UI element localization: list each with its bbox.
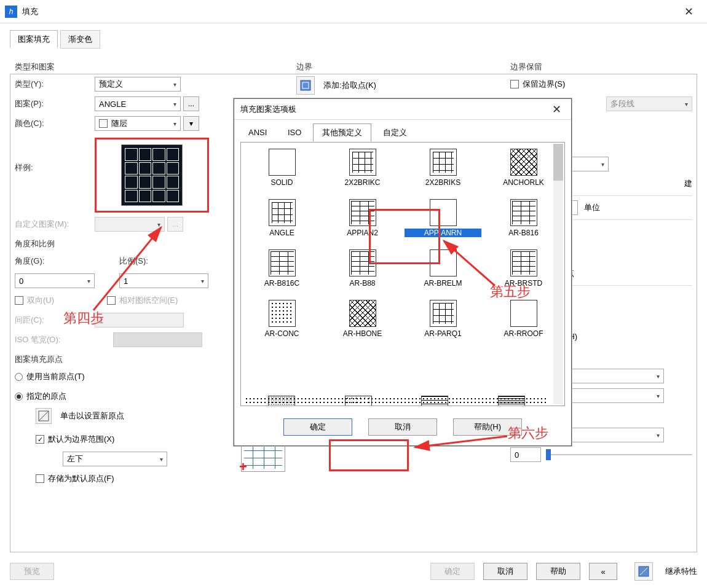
pattern-item-appian2[interactable]: APPIAN2 <box>324 199 401 237</box>
arrow-step6 <box>409 430 513 455</box>
modal-ok-button[interactable]: 确定 <box>283 418 352 436</box>
pattern-name-label: AR-B816C <box>243 279 320 288</box>
svg-line-8 <box>415 436 507 447</box>
pattern-item-ar-b816[interactable]: AR-B816 <box>485 199 562 237</box>
svg-line-6 <box>93 227 161 310</box>
type-label: 类型(Y): <box>15 79 95 90</box>
pattern-item-appianrn[interactable]: APPIANRN <box>405 199 481 237</box>
app-icon: h <box>5 6 17 18</box>
annotation-step6: 第六步 <box>508 424 548 442</box>
tab-pattern-fill[interactable]: 图案填充 <box>10 30 58 48</box>
main-help-button[interactable]: 帮助 <box>536 563 580 580</box>
corner-dropdown[interactable]: 左下▾ <box>63 452 167 466</box>
pattern-label: 图案(P): <box>15 98 95 109</box>
pattern-name-label: ANGLE <box>243 229 320 237</box>
retain-boundary-checkbox[interactable] <box>510 80 519 88</box>
pattern-thumbnail <box>510 300 537 327</box>
tab-custom[interactable]: 自定义 <box>374 123 416 142</box>
click-set-origin-label: 单击以设置新原点 <box>60 410 124 421</box>
main-ok-button: 确定 <box>430 563 475 580</box>
main-tabs: 图案填充 渐变色 <box>10 29 697 48</box>
pattern-item-ar-b88[interactable]: AR-B88 <box>324 249 401 288</box>
color-swatch-button[interactable]: ▾ <box>183 116 199 131</box>
color-value: 随层 <box>111 118 127 129</box>
pattern-name-label: AR-HBONE <box>324 329 401 338</box>
expand-button[interactable]: « <box>589 563 617 580</box>
color-dropdown[interactable]: 随层▾ <box>95 116 181 131</box>
annotation-step5: 第五步 <box>490 283 531 301</box>
store-default-label: 存储为默认原点(F) <box>48 473 114 484</box>
pattern-name-label: ANCHORLK <box>485 178 562 187</box>
pattern-thumbnail <box>269 249 296 276</box>
default-extent-checkbox[interactable]: ✓ <box>36 435 44 444</box>
pattern-item-solid[interactable]: SOLID <box>243 149 320 187</box>
arrow-step4 <box>81 215 180 319</box>
pattern-item-ar-hbone[interactable]: AR-HBONE <box>324 300 401 338</box>
pattern-thumbnail[interactable] <box>268 396 295 406</box>
angle-value: 0 <box>19 276 23 286</box>
use-current-origin-radio[interactable] <box>15 373 23 381</box>
modal-scrollbar[interactable] <box>553 144 563 404</box>
pattern-thumbnail <box>510 249 537 276</box>
iso-pen-dropdown <box>113 332 202 347</box>
pattern-item-anchorlk[interactable]: ANCHORLK <box>485 149 562 187</box>
inherit-icon[interactable] <box>634 562 653 581</box>
main-cancel-button[interactable]: 取消 <box>483 563 527 580</box>
type-value: 预定义 <box>99 79 123 90</box>
pattern-item-ar-conc[interactable]: AR-CONC <box>243 300 320 338</box>
specified-origin-label: 指定的原点 <box>26 391 66 402</box>
pattern-item-2x2briks[interactable]: 2X2BRIKS <box>405 149 481 187</box>
close-button[interactable]: ✕ <box>676 1 702 22</box>
sample-label: 样例: <box>15 138 95 173</box>
pattern-name-label: 2X2BRIKS <box>405 178 481 187</box>
pattern-item-ar-parq1[interactable]: AR-PARQ1 <box>405 300 481 338</box>
pattern-item-ar-rroof[interactable]: AR-RROOF <box>485 300 562 338</box>
pattern-thumbnail <box>269 199 296 226</box>
specified-origin-radio[interactable] <box>15 393 23 401</box>
svg-rect-2 <box>301 80 310 90</box>
pattern-name-label: AR-CONC <box>243 329 320 338</box>
use-current-origin-label: 使用当前原点(T) <box>26 371 85 382</box>
unit-label: 单位 <box>584 202 600 213</box>
add-pick-point-icon[interactable] <box>296 76 315 95</box>
pattern-thumbnail <box>349 149 376 176</box>
transparency-value-input[interactable]: 0 <box>510 447 541 462</box>
pattern-value: ANGLE <box>99 100 126 109</box>
pattern-item-ar-b816c[interactable]: AR-B816C <box>243 249 320 288</box>
pattern-name-label: AR-B88 <box>324 279 401 288</box>
create-suffix: 建 <box>684 178 692 189</box>
color-label: 颜色(C): <box>15 118 95 129</box>
default-extent-label: 默认为边界范围(X) <box>48 434 114 445</box>
modal-tabs: ANSI ISO 其他预定义 自定义 <box>234 120 571 142</box>
pattern-palette-dialog: 填充图案选项板 ✕ ANSI ISO 其他预定义 自定义 SOLID2X2BRI… <box>234 98 572 446</box>
store-default-checkbox[interactable] <box>36 474 44 483</box>
pattern-item-2x2brikc[interactable]: 2X2BRIKC <box>324 149 401 187</box>
transparency-slider[interactable] <box>546 454 692 455</box>
modal-close-button[interactable]: ✕ <box>548 101 565 117</box>
tab-other-predefined[interactable]: 其他预定义 <box>313 123 371 142</box>
type-dropdown[interactable]: 预定义▾ <box>95 77 181 92</box>
pattern-name-label: SOLID <box>243 178 320 187</box>
pattern-browse-button[interactable]: ... <box>183 96 199 111</box>
pattern-name-label: AR-RROOF <box>485 329 562 338</box>
tab-ansi[interactable]: ANSI <box>239 124 276 141</box>
sample-preview[interactable] <box>121 144 183 206</box>
pattern-thumbnail <box>430 149 457 176</box>
corner-value: 左下 <box>67 453 83 465</box>
svg-line-1 <box>39 411 49 421</box>
group-boundary-retain: 边界保留 <box>510 61 692 73</box>
pattern-dropdown[interactable]: ANGLE▾ <box>95 96 181 111</box>
pattern-thumbnail <box>349 249 376 276</box>
pattern-thumbnail <box>510 199 537 226</box>
annotation-step4: 第四步 <box>63 309 104 327</box>
transparency-value: 0 <box>515 450 519 460</box>
pattern-thumbnail <box>269 300 296 327</box>
iso-pen-label: ISO 笔宽(O): <box>15 334 113 345</box>
tab-iso[interactable]: ISO <box>278 124 310 141</box>
twoway-checkbox <box>15 296 23 305</box>
svg-line-7 <box>444 241 495 286</box>
pattern-name-label: 2X2BRIKC <box>324 178 401 187</box>
tab-gradient[interactable]: 渐变色 <box>60 30 100 49</box>
pattern-item-angle[interactable]: ANGLE <box>243 199 320 237</box>
pick-origin-icon[interactable] <box>36 408 52 424</box>
